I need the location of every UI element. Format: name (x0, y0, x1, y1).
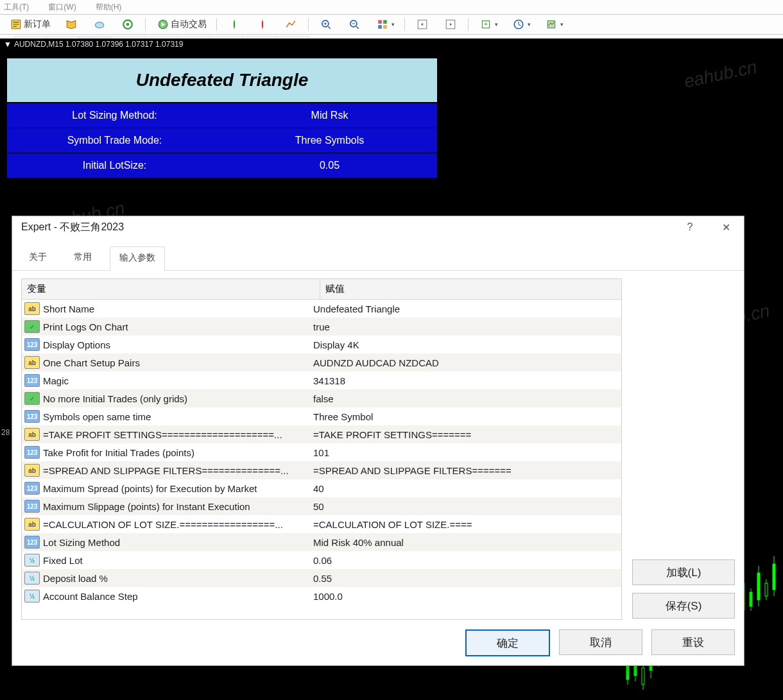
param-name: Maximum Slippage (points) for Instant Ex… (43, 501, 250, 512)
type-num-icon: ½ (24, 590, 40, 602)
param-value[interactable]: Undefeated Triangle (309, 303, 621, 314)
header-variable: 变量 (22, 279, 320, 299)
type-ab-icon: ab (24, 302, 40, 315)
param-name: Fixed Lot (43, 555, 83, 566)
menu-help[interactable]: 帮助(H) (96, 2, 122, 13)
line-chart-icon[interactable] (279, 16, 303, 33)
param-name: Take Profit for Initial Trades (points) (43, 447, 194, 458)
param-row[interactable]: 123Maximum Spread (points) for Execution… (22, 479, 621, 497)
param-row[interactable]: abOne Chart Setup PairsAUDNZD AUDCAD NZD… (22, 354, 621, 371)
help-icon[interactable]: ? (678, 221, 701, 234)
param-row[interactable]: ✓Print Logs On Charttrue (22, 318, 621, 336)
type-ab-icon: ab (24, 464, 40, 477)
param-name: Print Logs On Chart (43, 321, 128, 332)
candle-up-icon[interactable] (222, 16, 246, 33)
param-name: Display Options (43, 339, 110, 350)
menu-tools[interactable]: 工具(T) (4, 2, 29, 13)
period-icon[interactable]: ▾ (506, 16, 535, 33)
param-row[interactable]: 123Symbols open same timeThree Symbol (22, 407, 621, 425)
param-row[interactable]: ½Fixed Lot0.06 (22, 551, 621, 569)
param-row[interactable]: ab=SPREAD AND SLIPPAGE FILTERS==========… (22, 461, 621, 479)
signal-icon[interactable] (116, 16, 140, 33)
param-value[interactable]: 50 (309, 501, 621, 512)
param-row[interactable]: ab=TAKE PROFIT SETTINGS=================… (22, 425, 621, 443)
auto-trade-button[interactable]: 自动交易 (151, 16, 211, 33)
indicator-icon[interactable]: +▾ (474, 16, 503, 33)
param-table[interactable]: 变量 赋值 abShort NameUndefeated Triangle✓Pr… (21, 278, 622, 620)
param-row[interactable]: 123Display OptionsDisplay 4K (22, 336, 621, 354)
param-value[interactable]: 40 (309, 483, 621, 494)
param-value[interactable]: =TAKE PROFIT SETTINGS======= (309, 429, 621, 440)
param-row[interactable]: 123Magic341318 (22, 371, 621, 389)
tab-0[interactable]: 关于 (20, 246, 56, 271)
menubar: 工具(T) 窗口(W) 帮助(H) (0, 0, 783, 15)
autotrade-icon (157, 19, 169, 30)
type-123-icon: 123 (24, 446, 40, 459)
ea-row-value: Three Symbols (222, 128, 437, 153)
svg-point-3 (126, 23, 130, 26)
param-row[interactable]: ✓No more Initial Trades (only grids)fals… (22, 389, 621, 407)
param-value[interactable]: 0.55 (309, 573, 621, 584)
param-value[interactable]: Three Symbol (309, 411, 621, 422)
param-row[interactable]: 123Take Profit for Initial Trades (point… (22, 443, 621, 461)
param-value[interactable]: 0.06 (309, 555, 621, 566)
param-name: Maximum Spread (points) for Execution by… (43, 483, 257, 494)
param-value[interactable]: Mid Risk 40% annual (309, 537, 621, 548)
tab-2[interactable]: 输入参数 (110, 246, 165, 271)
param-value[interactable]: 1000.0 (309, 591, 621, 602)
svg-line-26 (519, 24, 521, 26)
param-value[interactable]: 101 (309, 447, 621, 458)
param-value[interactable]: 341318 (309, 375, 621, 386)
svg-rect-67 (773, 564, 775, 590)
ea-row-key: Symbol Trade Mode: (7, 128, 222, 153)
param-row[interactable]: 123Lot Sizing MethodMid Risk 40% annual (22, 533, 621, 551)
ea-panel-title: Undefeated Triangle (7, 58, 437, 103)
menu-window[interactable]: 窗口(W) (48, 2, 76, 13)
cancel-button[interactable]: 取消 (559, 629, 642, 655)
svg-point-1 (95, 22, 104, 28)
close-icon[interactable]: ✕ (714, 221, 737, 234)
param-value[interactable]: =CALCULATION OF LOT SIZE.==== (309, 519, 621, 530)
ea-row-value: Mid Rsk (222, 103, 437, 128)
zoom-in-icon[interactable] (314, 16, 338, 33)
tab-1[interactable]: 常用 (65, 246, 101, 271)
param-name: Account Balance Step (43, 591, 138, 602)
param-value[interactable]: =SPREAD AND SLIPPAGE FILTERS======= (309, 465, 621, 476)
new-order-button[interactable]: 新订单 (4, 16, 55, 33)
param-value[interactable]: AUDNZD AUDCAD NZDCAD (309, 357, 621, 368)
grid-icon[interactable]: ▾ (370, 16, 399, 33)
order-icon (10, 19, 22, 30)
param-value[interactable]: Display 4K (309, 339, 621, 350)
param-name: =CALCULATION OF LOT SIZE.===============… (43, 519, 283, 530)
param-row[interactable]: ab=CALCULATION OF LOT SIZE.=============… (22, 515, 621, 533)
load-button[interactable]: 加载(L) (632, 559, 735, 585)
ok-button[interactable]: 确定 (465, 629, 550, 656)
candle-down-icon[interactable] (250, 16, 275, 33)
template-icon[interactable]: ▾ (539, 16, 568, 33)
expert-dialog: Expert - 不败三角2023 ? ✕ 关于常用输入参数 变量 赋值 abS… (12, 216, 744, 666)
shift-icon[interactable] (410, 16, 435, 33)
svg-line-10 (328, 26, 330, 28)
reset-button[interactable]: 重设 (651, 629, 735, 655)
ea-row: Initial LotSize:0.05 (7, 153, 437, 178)
dialog-tabs: 关于常用输入参数 (12, 238, 744, 271)
param-row[interactable]: ½Account Balance Step1000.0 (22, 587, 621, 605)
save-button[interactable]: 保存(S) (632, 593, 735, 619)
type-num-icon: ½ (24, 554, 40, 567)
type-num-icon: ½ (24, 572, 40, 585)
param-row[interactable]: ½Deposit load %0.55 (22, 569, 621, 587)
type-ab-icon: ab (24, 428, 40, 441)
svg-rect-61 (750, 592, 752, 606)
scroll-icon[interactable] (438, 16, 463, 33)
svg-rect-27 (547, 21, 555, 28)
books-icon[interactable] (59, 16, 83, 33)
param-row[interactable]: 123Maximum Slippage (points) for Instant… (22, 497, 621, 515)
param-value[interactable]: true (309, 321, 621, 332)
param-name: Symbols open same time (43, 411, 151, 422)
svg-rect-65 (765, 583, 768, 596)
param-value[interactable]: false (309, 393, 621, 404)
param-row[interactable]: abShort NameUndefeated Triangle (22, 300, 621, 318)
cloud-icon[interactable] (87, 16, 112, 33)
zoom-out-icon[interactable] (342, 16, 366, 33)
type-123-icon: 123 (24, 410, 40, 423)
